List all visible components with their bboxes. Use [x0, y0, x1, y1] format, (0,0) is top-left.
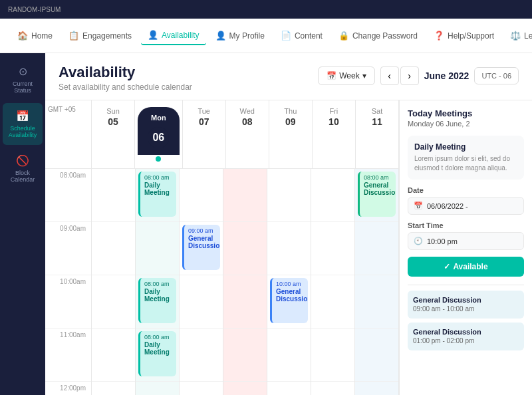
sidebar-item-block-calendar[interactable]: 🚫 Block Calendar [3, 148, 43, 190]
top-bar-text: RANDOM-IPSUM [8, 6, 61, 13]
current-status-icon: ⊙ [19, 65, 27, 78]
schedule-availability-icon: 📅 [16, 110, 29, 122]
nav-helpsupport[interactable]: ❓ Help/Support [427, 27, 501, 45]
sat-12pm [355, 382, 398, 395]
engagements-icon: 📋 [68, 31, 79, 41]
prev-week-button[interactable]: ‹ [380, 66, 399, 85]
date-value: 📅 06/06/2022 - [408, 197, 524, 215]
day-header-thu: Thu 09 [269, 100, 313, 168]
calendar-icon: 📅 [414, 201, 423, 210]
days-grid: 08:00 am Daily Meeting 08:00 am Daily Me… [92, 169, 399, 395]
month-label: June 2022 [424, 70, 469, 81]
content-header: Availability Set availability and schedu… [45, 53, 532, 100]
next-week-button[interactable]: › [400, 66, 419, 85]
thu-11am [267, 329, 311, 382]
content-icon: 📄 [281, 31, 291, 41]
time-slot-11am: 11:00am [45, 329, 91, 382]
nav-changepassword[interactable]: 🔒 Change Password [332, 27, 424, 45]
week-selector[interactable]: 📅 Week ▾ [318, 66, 374, 85]
meeting-list-title-2: General Discussion [413, 328, 519, 336]
tue-11am [180, 329, 223, 382]
thu-12pm [267, 382, 311, 395]
nav-home[interactable]: 🏠 Home [11, 27, 59, 45]
tue-12pm [180, 382, 223, 395]
tue-10am [180, 275, 223, 329]
availability-icon: 👤 [148, 30, 158, 40]
event-mon-10am[interactable]: 08:00 am Daily Meeting [138, 278, 176, 323]
sidebar-item-current-status[interactable]: ⊙ Current Status [3, 59, 43, 100]
tue-9am: 09:00 am General Discussion [180, 222, 223, 275]
fri-9am [311, 222, 354, 275]
sun-9am [92, 222, 135, 275]
sun-12pm [92, 382, 135, 395]
day-header-sun: Sun 05 [92, 100, 135, 168]
day-column-sat: 08:00 am General Discussion [355, 169, 399, 395]
event-mon-8am[interactable]: 08:00 am Daily Meeting [138, 172, 176, 217]
wed-11am [223, 329, 267, 382]
nav-availability[interactable]: 👤 Availability [141, 26, 205, 45]
event-sat-8am[interactable]: 08:00 am General Discussion [358, 172, 396, 217]
calendar-body: 08:00am 09:00am 10:00am 11:00am 12:00pm [45, 169, 399, 395]
event-mon-11am[interactable]: 08:00 am Daily Meeting [138, 331, 176, 376]
meeting-list-item-1[interactable]: General Discussion 09:00 am - 10:00 am [408, 291, 524, 319]
nav-arrows: ‹ › [380, 66, 419, 85]
meeting-list-item-2[interactable]: General Discussion 01:00 pm - 02:00 pm [408, 323, 524, 350]
sidebar-item-schedule-availability[interactable]: 📅 Schedule Availability [3, 103, 43, 145]
tue-8am [180, 169, 223, 222]
meeting-card: Daily Meeting Lorem ipsum dolor si elit,… [408, 136, 524, 180]
main-content: Availability Set availability and schedu… [45, 53, 532, 395]
nav-engagements[interactable]: 📋 Engagements [62, 27, 138, 45]
meeting-description: Lorem ipsum dolor si elit, sed do eiusmo… [414, 154, 517, 173]
day-column-thu: 10:00 am General Discussion [267, 169, 311, 395]
nav-legalprivacy[interactable]: ⚖️ Legal/Privacy [503, 27, 532, 45]
meeting-name: Daily Meeting [414, 142, 517, 152]
day-header-mon: Mon 06 [135, 100, 183, 168]
wed-10am [223, 275, 267, 329]
thu-10am: 10:00 am General Discussion [267, 275, 311, 329]
time-slot-9am: 09:00am [45, 222, 91, 275]
week-label: Week [339, 71, 359, 80]
panel-divider [408, 285, 524, 285]
timezone-selector[interactable]: UTC - 06 [474, 67, 519, 84]
day-header-tue: Tue 07 [183, 100, 226, 168]
clock-icon: 🕙 [414, 237, 423, 245]
available-button[interactable]: ✓ Available [408, 257, 524, 277]
header-left: Availability Set availability and schedu… [59, 64, 192, 92]
nav-myprofile[interactable]: 👤 My Profile [209, 27, 271, 45]
start-time-label: Start Time [408, 221, 524, 229]
day-header-fri: Fri 10 [313, 100, 356, 168]
app-layout: ⊙ Current Status 📅 Schedule Availability… [0, 53, 532, 395]
mon-10am: 08:00 am Daily Meeting [136, 275, 179, 329]
fri-11am [311, 329, 354, 382]
mon-9am [136, 222, 179, 275]
event-thu-10am[interactable]: 10:00 am General Discussion [270, 278, 308, 323]
nav-content[interactable]: 📄 Content [274, 27, 329, 45]
fri-12pm [311, 382, 354, 395]
wed-12pm [223, 382, 267, 395]
sat-10am [355, 275, 398, 329]
meeting-list-time-2: 01:00 pm - 02:00 pm [413, 337, 474, 344]
day-column-mon: 08:00 am Daily Meeting 08:00 am Daily Me… [136, 169, 180, 395]
sat-9am [355, 222, 398, 275]
day-header-wed: Wed 08 [226, 100, 269, 168]
sat-8am: 08:00 am General Discussion [355, 169, 398, 222]
page-title: Availability [59, 64, 192, 81]
header-right: 📅 Week ▾ ‹ › June 2022 UTC - 06 [318, 66, 519, 85]
sun-11am [92, 329, 135, 382]
day-header-sat: Sat 11 [356, 100, 399, 168]
sun-10am [92, 275, 135, 329]
day-headers: Sun 05 Mon 06 Tue [92, 100, 399, 168]
calendar-header: GMT +05 Sun 05 Mon 06 [45, 100, 399, 169]
chevron-down-icon: ▾ [362, 71, 366, 80]
right-panel: Today Meetings Monday 06 June, 2 Daily M… [399, 100, 532, 395]
myprofile-icon: 👤 [215, 31, 226, 41]
today-num: 06 [148, 127, 169, 148]
event-tue-9am[interactable]: 09:00 am General Discussion [182, 225, 220, 270]
fri-8am [311, 169, 354, 222]
wed-8am [223, 169, 267, 222]
help-icon: ❓ [434, 31, 444, 41]
mon-12pm [136, 382, 179, 395]
thu-8am [267, 169, 311, 222]
time-slot-10am: 10:00am [45, 275, 91, 329]
lock-icon: 🔒 [338, 31, 349, 41]
